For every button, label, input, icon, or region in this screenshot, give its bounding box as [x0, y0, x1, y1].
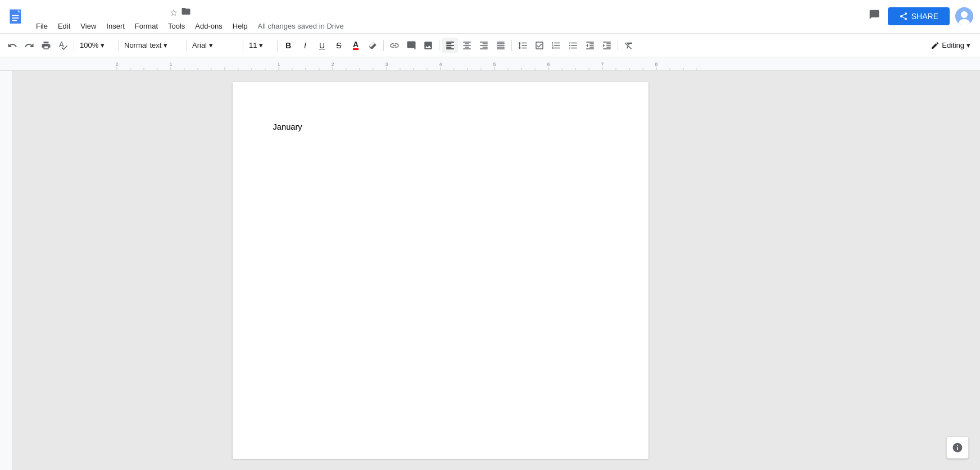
ruler — [0, 57, 980, 71]
sep3 — [186, 40, 187, 51]
link-button[interactable] — [387, 38, 402, 53]
document-content[interactable]: January — [273, 122, 608, 235]
editing-mode-arrow: ▾ — [967, 41, 970, 49]
decrease-indent-button[interactable] — [582, 38, 598, 53]
svg-point-6 — [961, 11, 968, 18]
sep8 — [511, 40, 512, 51]
toolbar: 100% ▾ Normal text ▾ Arial ▾ 11 ▾ B I U … — [0, 34, 980, 57]
numbered-list-button[interactable] — [548, 38, 564, 53]
italic-button[interactable]: I — [297, 38, 313, 53]
svg-rect-2 — [12, 15, 19, 16]
title-bar: Untitled document ☆ File Edit View Inser… — [0, 0, 980, 34]
justify-button[interactable] — [493, 38, 509, 53]
sep1 — [74, 40, 74, 51]
align-center-button[interactable] — [459, 38, 475, 53]
menu-edit[interactable]: Edit — [53, 21, 75, 31]
font-size-value: 11 — [249, 41, 257, 49]
vertical-ruler — [0, 71, 13, 470]
share-button[interactable]: SHARE — [888, 7, 950, 25]
docs-logo — [7, 8, 27, 29]
zoom-value: 100% — [80, 41, 98, 49]
add-comment-button[interactable] — [403, 38, 419, 53]
menu-insert[interactable]: Insert — [102, 21, 129, 31]
doc-title-input[interactable]: Untitled document — [31, 6, 166, 20]
font-selector[interactable]: Arial ▾ — [189, 38, 240, 53]
ruler-canvas — [0, 57, 980, 70]
editing-mode-label: Editing — [942, 41, 964, 49]
zoom-selector[interactable]: 100% ▾ — [77, 38, 115, 53]
line-spacing-button[interactable] — [515, 38, 530, 53]
user-avatar[interactable] — [955, 7, 973, 25]
style-value: Normal text — [124, 41, 161, 49]
share-label: SHARE — [911, 12, 938, 21]
checklist-button[interactable] — [532, 38, 547, 53]
increase-indent-button[interactable] — [599, 38, 615, 53]
sep5 — [277, 40, 278, 51]
style-selector[interactable]: Normal text ▾ — [121, 38, 183, 53]
doc-center: January — [13, 71, 868, 470]
header-right: SHARE — [866, 7, 973, 30]
style-arrow: ▾ — [164, 41, 167, 49]
text-color-button[interactable]: A — [348, 38, 364, 53]
align-left-button[interactable] — [442, 38, 458, 53]
menu-addons[interactable]: Add-ons — [190, 21, 226, 31]
bold-button[interactable]: B — [280, 38, 296, 53]
print-button[interactable] — [38, 38, 54, 53]
comment-button[interactable] — [866, 7, 882, 25]
menu-view[interactable]: View — [76, 21, 101, 31]
font-value: Arial — [192, 41, 207, 49]
folder-icon[interactable] — [181, 6, 191, 19]
page: January — [233, 82, 648, 459]
sep4 — [243, 40, 243, 51]
doc-area: January — [0, 71, 980, 470]
font-size-selector[interactable]: 11 ▾ — [246, 38, 274, 53]
star-icon[interactable]: ☆ — [170, 7, 178, 18]
clear-formatting-button[interactable] — [621, 38, 637, 53]
title-area: Untitled document ☆ File Edit View Inser… — [31, 6, 866, 31]
editing-mode-selector[interactable]: Editing ▾ — [925, 38, 976, 53]
menu-tools[interactable]: Tools — [164, 21, 189, 31]
bullet-list-button[interactable] — [565, 38, 581, 53]
right-margin — [868, 71, 980, 470]
sep9 — [618, 40, 618, 51]
font-size-arrow: ▾ — [259, 41, 263, 49]
menu-bar: File Edit View Insert Format Tools Add-o… — [31, 21, 866, 31]
save-status: All changes saved in Drive — [258, 22, 344, 30]
sep2 — [118, 40, 119, 51]
image-button[interactable] — [420, 38, 436, 53]
menu-file[interactable]: File — [31, 21, 52, 31]
undo-button[interactable] — [4, 38, 20, 53]
redo-button[interactable] — [21, 38, 37, 53]
explore-button[interactable] — [946, 436, 969, 459]
underline-button[interactable]: U — [314, 38, 330, 53]
sep6 — [383, 40, 384, 51]
doc-title-row: Untitled document ☆ — [31, 6, 866, 20]
sep7 — [439, 40, 439, 51]
spellcheck-button[interactable] — [55, 38, 71, 53]
document-paragraph: January — [273, 122, 608, 131]
font-arrow: ▾ — [209, 41, 213, 49]
zoom-arrow: ▾ — [101, 41, 105, 49]
menu-help[interactable]: Help — [228, 21, 252, 31]
svg-rect-3 — [12, 17, 19, 19]
menu-format[interactable]: Format — [130, 21, 162, 31]
strikethrough-button[interactable]: S — [331, 38, 347, 53]
highlight-button[interactable] — [365, 38, 380, 53]
align-right-button[interactable] — [476, 38, 492, 53]
svg-rect-4 — [12, 20, 17, 21]
